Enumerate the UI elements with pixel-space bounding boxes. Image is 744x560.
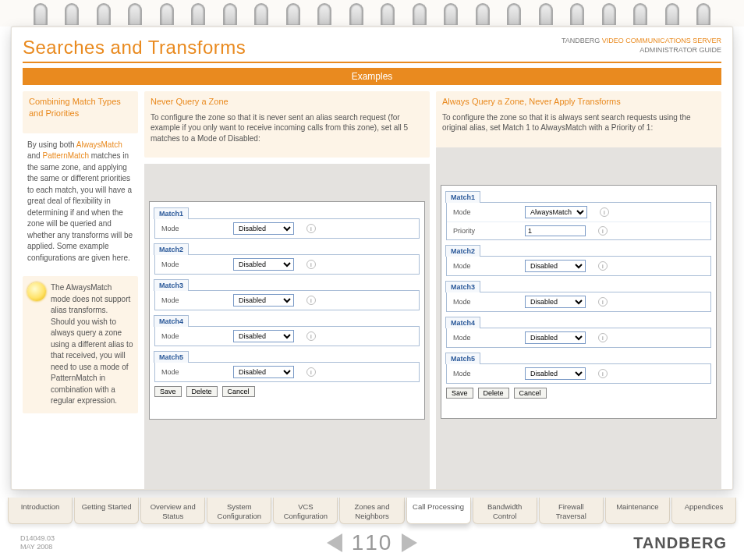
save-button[interactable]: Save <box>154 386 182 397</box>
delete-button[interactable]: Delete <box>478 388 509 399</box>
nav-tab-zones-and-neighbors[interactable]: Zones and Neighbors <box>339 498 404 524</box>
info-icon[interactable]: i <box>306 260 316 269</box>
info-icon[interactable]: i <box>306 296 316 305</box>
nav-tab-system-configuration[interactable]: System Configuration <box>207 498 271 524</box>
priority-label: Priority <box>453 227 515 235</box>
mode-select[interactable]: Disabled <box>525 367 586 380</box>
info-icon[interactable]: i <box>598 369 608 378</box>
page-title: Searches and Transforms <box>23 37 246 58</box>
match-tab: Match1 <box>445 191 480 203</box>
mode-label: Mode <box>453 334 515 342</box>
section-banner: Examples <box>23 68 721 85</box>
info-icon[interactable]: i <box>598 297 608 307</box>
nav-tabs: IntroductionGetting StartedOverview and … <box>8 498 736 524</box>
match-tab: Match4 <box>154 315 189 327</box>
mode-label: Mode <box>453 370 515 377</box>
prev-page-icon[interactable] <box>327 533 342 552</box>
always-heading: Always Query a Zone, Never Apply Transfo… <box>436 91 721 147</box>
mode-label: Mode <box>453 262 515 270</box>
col-intro: Combining Match Types and Priorities By … <box>23 91 138 480</box>
match-tab: Match3 <box>154 279 189 291</box>
intro-heading: Combining Match Types and Priorities <box>23 91 138 133</box>
info-icon[interactable]: i <box>306 224 316 233</box>
page-card: Searches and Transforms TANDBERG VIDEO C… <box>11 27 733 490</box>
match-tab: Match4 <box>445 317 480 328</box>
mode-select[interactable]: Disabled <box>233 222 294 235</box>
nav-tab-appendices[interactable]: Appendices <box>671 498 736 524</box>
page-number: 110 <box>0 530 744 555</box>
priority-input[interactable] <box>525 225 586 236</box>
delete-button[interactable]: Delete <box>186 386 218 397</box>
col-always-query: Always Query a Zone, Never Apply Transfo… <box>436 91 721 480</box>
nav-tab-getting-started[interactable]: Getting Started <box>74 498 139 524</box>
mode-select[interactable]: Disabled <box>525 331 586 344</box>
mode-select[interactable]: Disabled <box>525 260 586 272</box>
config-panel-always: Match1ModeAlwaysMatchiPriorityiMatch2Mod… <box>441 185 717 419</box>
nav-tab-call-processing[interactable]: Call Processing <box>406 498 471 524</box>
mode-label: Mode <box>453 298 515 306</box>
nav-tab-introduction[interactable]: Introduction <box>8 498 73 524</box>
mode-select[interactable]: Disabled <box>525 296 586 308</box>
info-icon[interactable]: i <box>600 207 609 217</box>
gray-pad-mid: Match1ModeDisablediMatch2ModeDisablediMa… <box>144 164 430 490</box>
nav-tab-vcs-configuration[interactable]: VCS Configuration <box>273 498 338 524</box>
match-tab: Match2 <box>154 243 189 255</box>
spiral-binding <box>0 0 744 27</box>
mode-label: Mode <box>161 261 224 268</box>
nav-tab-maintenance[interactable]: Maintenance <box>605 498 670 524</box>
match-tab: Match3 <box>445 281 480 292</box>
mode-label: Mode <box>453 208 515 216</box>
gray-pad-right: Match1ModeAlwaysMatchiPriorityiMatch2Mod… <box>436 147 721 490</box>
mode-select[interactable]: Disabled <box>233 330 294 342</box>
match-tab: Match1 <box>154 207 189 219</box>
nav-tab-firewall-traversal[interactable]: Firewall Traversal <box>539 498 604 524</box>
match-tab: Match5 <box>445 353 480 364</box>
mode-select[interactable]: Disabled <box>233 366 294 378</box>
info-icon[interactable]: i <box>598 261 608 271</box>
never-heading: Never Query a Zone To configure the zone… <box>144 91 430 158</box>
mode-select[interactable]: Disabled <box>233 258 294 271</box>
lightbulb-icon <box>27 282 46 301</box>
cancel-button[interactable]: Cancel <box>222 386 255 397</box>
brand-logo: TANDBERG <box>633 534 727 552</box>
nav-tab-overview-and-status[interactable]: Overview and Status <box>140 498 205 524</box>
nav-tab-bandwidth-control[interactable]: Bandwidth Control <box>473 498 537 524</box>
match-tab: Match5 <box>154 351 189 363</box>
mode-label: Mode <box>161 368 224 376</box>
next-page-icon[interactable] <box>402 533 417 552</box>
mode-select[interactable]: Disabled <box>233 294 294 307</box>
info-icon[interactable]: i <box>598 226 608 236</box>
mode-label: Mode <box>161 332 224 340</box>
mode-label: Mode <box>161 225 224 232</box>
mode-label: Mode <box>161 296 224 304</box>
cancel-button[interactable]: Cancel <box>514 388 547 399</box>
intro-text: By using both AlwaysMatch and PatternMat… <box>23 133 138 271</box>
mode-select[interactable]: AlwaysMatch <box>525 206 587 218</box>
corp-id: TANDBERG VIDEO COMMUNICATIONS SERVER ADM… <box>562 37 721 55</box>
info-icon[interactable]: i <box>598 333 608 342</box>
config-panel-never: Match1ModeDisablediMatch2ModeDisablediMa… <box>149 201 425 420</box>
col-never-query: Never Query a Zone To configure the zone… <box>144 91 430 480</box>
match-tab: Match2 <box>445 245 480 257</box>
save-button[interactable]: Save <box>446 388 473 399</box>
info-icon[interactable]: i <box>306 331 316 341</box>
info-icon[interactable]: i <box>306 367 316 377</box>
tip-box: The AlwaysMatch mode does not support al… <box>23 276 138 413</box>
